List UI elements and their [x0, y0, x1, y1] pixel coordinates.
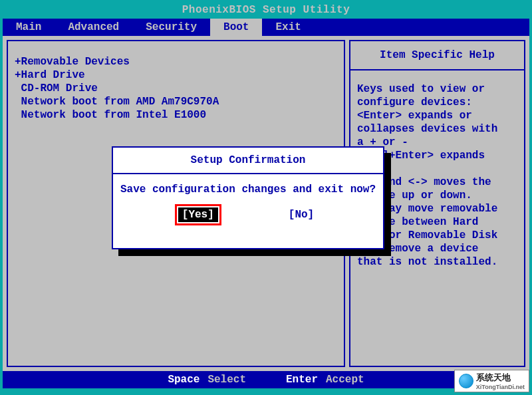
boot-item-harddrive[interactable]: Hard Drive: [15, 69, 337, 81]
help-title: Item Specific Help: [350, 41, 524, 70]
help-line: configure devices:: [357, 96, 517, 108]
bios-screen: PhoenixBIOS Setup Utility Main Advanced …: [0, 0, 532, 395]
dialog-title: Setup Confirmation: [113, 148, 383, 174]
dialog-no-button[interactable]: No: [285, 207, 318, 222]
help-line: <Enter> expands or: [357, 110, 517, 122]
bottom-bar-left: Space Select: [168, 371, 246, 388]
key-enter: Enter: [286, 371, 318, 388]
app-title: PhoenixBIOS Setup Utility: [3, 3, 529, 19]
menu-bar: Main Advanced Security Boot Exit: [3, 19, 529, 36]
watermark-name: 系统天地: [476, 372, 511, 382]
boot-item-net-intel[interactable]: Network boot from Intel E1000: [15, 109, 337, 121]
label-accept: Accept: [326, 371, 364, 388]
watermark-logo-icon: [459, 374, 473, 388]
key-space: Space: [168, 371, 200, 388]
watermark: 系统天地 XiTongTianDi.net: [454, 370, 529, 392]
label-select: Select: [207, 371, 246, 388]
help-line: Keys used to view or: [357, 83, 517, 95]
bottom-bar-right: Enter Accept: [286, 371, 364, 388]
boot-item-removable[interactable]: Removable Devices: [15, 56, 337, 68]
help-line: collapses devices with: [357, 123, 517, 135]
dialog-message: Save configuration changes and exit now?: [113, 174, 383, 202]
boot-item-cdrom[interactable]: CD-ROM Drive: [15, 82, 337, 94]
menu-exit[interactable]: Exit: [262, 19, 314, 36]
menu-main[interactable]: Main: [3, 19, 55, 36]
bottom-bar: Space Select Enter Accept: [3, 371, 529, 388]
watermark-url: XiTongTianDi.net: [476, 384, 525, 390]
menu-advanced[interactable]: Advanced: [55, 19, 132, 36]
menu-boot[interactable]: Boot: [210, 19, 262, 36]
boot-item-net-amd[interactable]: Network boot from AMD Am79C970A: [15, 96, 337, 108]
help-line: that is not installed.: [357, 256, 517, 268]
dialog-buttons: Yes No: [113, 202, 383, 229]
dialog-yes-button[interactable]: Yes: [178, 207, 218, 222]
setup-confirmation-dialog: Setup Confirmation Save configuration ch…: [112, 146, 384, 249]
menu-security[interactable]: Security: [132, 19, 210, 36]
